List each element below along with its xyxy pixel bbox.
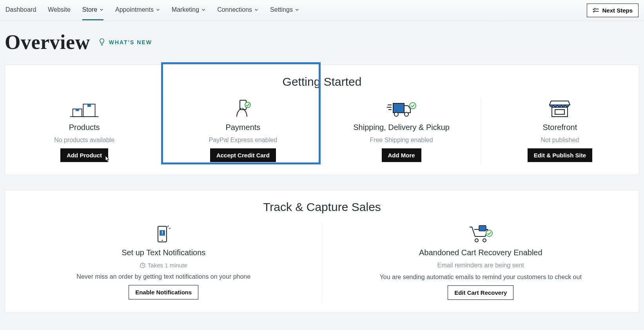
nav-marketing[interactable]: Marketing: [172, 0, 205, 20]
text-notifications-card: ! Set up Text Notifications Takes 1 minu…: [5, 222, 322, 302]
nav-store[interactable]: Store: [82, 0, 103, 20]
card-description: You are sending automatic emails to remi…: [380, 274, 582, 281]
svg-point-24: [486, 230, 492, 236]
svg-rect-14: [552, 107, 568, 117]
nav-label: Appointments: [115, 6, 154, 13]
nav-label: Website: [48, 6, 71, 13]
products-icon: [69, 102, 100, 118]
nav-dashboard[interactable]: Dashboard: [5, 0, 36, 20]
card-subtitle: Not published: [541, 137, 579, 144]
panel-title: Track & Capture Sales: [5, 200, 639, 214]
add-product-button[interactable]: Add Product: [60, 148, 108, 162]
chevron-down-icon: [156, 8, 160, 12]
svg-rect-4: [87, 104, 91, 107]
card-subtitle: PayPal Express enabled: [209, 137, 277, 144]
card-title: Storefront: [542, 123, 577, 132]
products-card: Products No products available Add Produ…: [5, 97, 163, 164]
card-meta-text: Email reminders are being sent: [437, 262, 524, 269]
cart-recovery-icon: [468, 225, 493, 243]
svg-point-6: [245, 102, 250, 108]
nav-connections[interactable]: Connections: [217, 0, 258, 20]
svg-rect-2: [76, 109, 79, 111]
top-nav: Dashboard Website Store Appointments Mar…: [0, 0, 644, 21]
svg-point-11: [394, 112, 398, 116]
nav-website[interactable]: Website: [48, 0, 71, 20]
svg-point-13: [410, 103, 416, 109]
nav-label: Dashboard: [5, 6, 36, 13]
card-meta-text: Takes 1 minute: [148, 262, 187, 269]
storefront-card: Storefront Not published Edit & Publish …: [481, 97, 639, 164]
payments-card: Payments PayPal Express enabled Accept C…: [163, 97, 322, 164]
checklist-icon: [593, 8, 599, 13]
panel-title: Getting Started: [5, 75, 639, 88]
page-title: Overview: [5, 31, 90, 54]
edit-cart-recovery-button[interactable]: Edit Cart Recovery: [448, 285, 513, 300]
next-steps-label: Next Steps: [602, 7, 633, 14]
shipping-card: Shipping, Delivery & Pickup Free Shippin…: [322, 97, 481, 164]
svg-point-12: [405, 112, 408, 116]
nav-settings[interactable]: Settings: [270, 0, 299, 20]
edit-publish-site-button[interactable]: Edit & Publish Site: [528, 148, 592, 162]
shipping-icon: [386, 101, 417, 118]
card-meta: Takes 1 minute: [140, 262, 187, 269]
page-header: Overview WHAT'S NEW: [0, 21, 644, 65]
svg-rect-15: [555, 110, 564, 114]
svg-rect-21: [479, 225, 486, 231]
payments-icon: [231, 99, 255, 118]
whats-new-link[interactable]: WHAT'S NEW: [99, 38, 152, 46]
card-subtitle: Free Shipping enabled: [370, 137, 433, 144]
track-sales-panel: Track & Capture Sales ! Set up Text Noti…: [5, 190, 639, 313]
cart-recovery-card: Abandoned Cart Recovery Enabled Email re…: [322, 222, 639, 302]
svg-point-23: [483, 239, 486, 242]
card-title: Payments: [225, 123, 260, 132]
svg-rect-10: [393, 103, 404, 113]
lightbulb-icon: [99, 38, 105, 46]
svg-text:!: !: [161, 230, 163, 236]
card-title: Products: [69, 123, 100, 132]
getting-started-panel: Getting Started Products No products ava…: [5, 65, 639, 175]
svg-point-19: [162, 240, 163, 241]
card-title: Abandoned Cart Recovery Enabled: [419, 248, 542, 257]
nav-label: Settings: [270, 6, 293, 13]
clock-icon: [140, 263, 145, 268]
add-more-shipping-button[interactable]: Add More: [382, 148, 421, 162]
whats-new-label: WHAT'S NEW: [109, 39, 152, 45]
card-subtitle: No products available: [54, 137, 114, 144]
nav-label: Marketing: [172, 6, 199, 13]
chevron-down-icon: [100, 8, 103, 12]
track-sales-row: ! Set up Text Notifications Takes 1 minu…: [5, 222, 639, 302]
nav-label: Connections: [217, 6, 252, 13]
phone-notification-icon: !: [153, 225, 174, 243]
chevron-down-icon: [254, 8, 258, 12]
card-description: Never miss an order by getting text noti…: [76, 273, 250, 280]
card-title: Shipping, Delivery & Pickup: [353, 123, 450, 132]
nav-appointments[interactable]: Appointments: [115, 0, 160, 20]
storefront-icon: [549, 99, 571, 118]
nav-label: Store: [82, 6, 97, 13]
chevron-down-icon: [295, 8, 299, 12]
accept-credit-card-button[interactable]: Accept Credit Card: [210, 148, 276, 162]
next-steps-button[interactable]: Next Steps: [587, 4, 639, 17]
svg-point-22: [475, 239, 478, 242]
chevron-down-icon: [201, 8, 205, 12]
card-title: Set up Text Notifications: [122, 248, 205, 257]
enable-notifications-button[interactable]: Enable Notifications: [129, 285, 198, 299]
getting-started-row: Products No products available Add Produ…: [5, 97, 639, 164]
